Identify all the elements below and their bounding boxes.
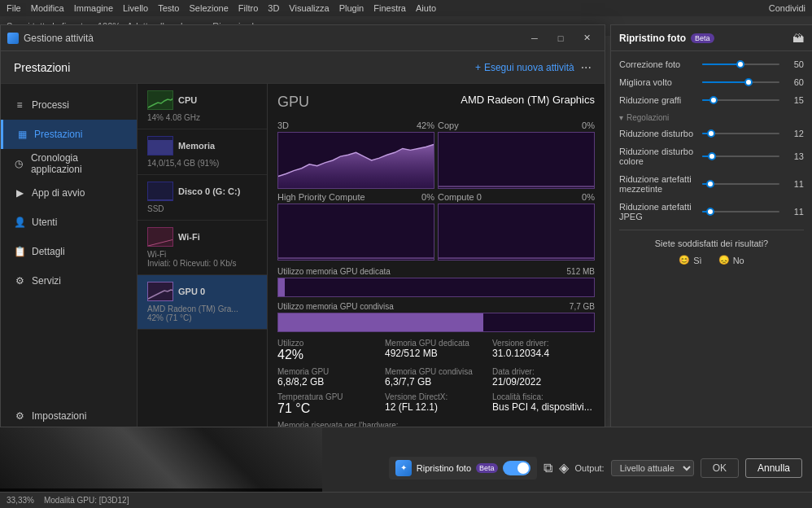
tm-titlebar: Gestione attività ─ □ ✕ [1, 25, 605, 51]
ps-menu-filtro[interactable]: Filtro [238, 3, 258, 13]
tm-maximize-button[interactable]: □ [549, 30, 572, 46]
wifi-device-usage: Inviati: 0 Ricevuti: 0 Kb/s [147, 259, 257, 268]
disco-mini-graph [147, 182, 173, 201]
ps-menu-livello[interactable]: Livello [123, 3, 148, 13]
feedback-no-label: No [733, 256, 744, 265]
stat-data-driver-label: Data driver: [492, 367, 595, 376]
feedback-no-btn[interactable]: 😞 No [718, 255, 744, 265]
tm-body: ≡ Processi ▦ Prestazioni ◷ Cronologia ap… [1, 84, 605, 431]
tm-close-button[interactable]: ✕ [575, 30, 598, 46]
device-item-cpu[interactable]: CPU 14% 4.08 GHz [138, 84, 267, 129]
slider-rdisturbo: Riduzione disturbo 12 [619, 129, 804, 138]
sidebar-item-prestazioni[interactable]: ▦ Prestazioni [1, 120, 137, 149]
graffi-thumb[interactable] [709, 96, 718, 104]
bottom-right-area: ✦ Ripristino foto Beta ⧉ ◈ Output: Livel… [322, 457, 812, 480]
svg-marker-0 [278, 145, 434, 188]
chart-highpri-label: High Priority Compute [277, 192, 365, 202]
migliora-track[interactable] [702, 81, 780, 83]
device-item-disco[interactable]: Disco 0 (G: C:) SSD [138, 175, 267, 221]
sidebar-item-dettagli[interactable]: 📋 Dettagli [1, 237, 137, 266]
chart-3d-pct: 42% [417, 120, 434, 130]
sidebar-item-utenti[interactable]: 👤 Utenti [1, 208, 137, 237]
photo-panel-title-area: Ripristino foto Beta [619, 33, 714, 44]
mem-mini-graph [147, 136, 173, 155]
ripristino-toggle[interactable] [503, 461, 530, 475]
tm-run-task-button[interactable]: + Esegui nuova attività [475, 62, 574, 73]
sidebar-item-processi[interactable]: ≡ Processi [1, 90, 137, 120]
mem-device-name: Memoria [178, 141, 215, 151]
ok-button[interactable]: OK [701, 458, 739, 478]
tm-header-actions: + Esegui nuova attività ··· [475, 60, 592, 75]
tm-sidebar: ≡ Processi ▦ Prestazioni ◷ Cronologia ap… [1, 84, 138, 431]
smile-icon: 😊 [679, 255, 690, 265]
chart-copy-label: Copy [438, 120, 459, 130]
device-item-memoria[interactable]: Memoria 14,0/15,4 GB (91%) [138, 129, 267, 175]
rdisturbo-thumb[interactable] [707, 129, 715, 138]
correzione-track[interactable] [702, 64, 780, 65]
sidebar-item-servizi[interactable]: ⚙ Servizi [1, 266, 137, 296]
ps-menu-finestra[interactable]: Finestra [373, 3, 406, 13]
artefattimezze-track[interactable] [702, 183, 780, 185]
disco-device-name: Disco 0 (G: C:) [178, 186, 240, 196]
utenti-icon: 👤 [14, 217, 25, 228]
tm-minimize-button[interactable]: ─ [523, 30, 546, 46]
correzione-thumb[interactable] [736, 60, 744, 68]
ps-menu-file[interactable]: File [7, 3, 21, 13]
sidebar-item-cronologia[interactable]: ◷ Cronologia applicazioni [1, 149, 137, 178]
avvio-icon: ▶ [14, 187, 25, 199]
sidebar-dettagli-label: Dettagli [32, 246, 65, 257]
shared-mem-value: 7,7 GB [570, 302, 595, 311]
device-item-wifi[interactable]: Wi-Fi Wi-Fi Inviati: 0 Ricevuti: 0 Kb/s [138, 221, 267, 275]
artefattijpeg-track[interactable] [702, 211, 780, 212]
stat-data-driver-value: 21/09/2022 [492, 376, 595, 388]
mem-device-sub: 14,0/15,4 GB (91%) [147, 159, 257, 168]
device-item-gpu0[interactable]: GPU 0 AMD Radeon (TM) Gra... 42% (71 °C) [138, 275, 267, 330]
ps-menu-modifica[interactable]: Modifica [31, 3, 64, 13]
migliora-label: Migliora volto [619, 77, 697, 87]
stat-temp-gpu: Temperatura GPU 71 °C [277, 392, 380, 416]
stat-directx-label: Versione DirectX: [385, 392, 487, 401]
slider-artefattimezze: Riduzione artefatti mezzetinte 11 [619, 174, 804, 194]
chart-highpri-box [277, 204, 434, 261]
ps-menu-selezione[interactable]: Selezione [189, 3, 228, 13]
ps-condividi[interactable]: Condividi [769, 3, 805, 13]
output-select[interactable]: Livello attuale [611, 460, 694, 476]
adjustments-icon[interactable]: ◈ [559, 460, 569, 475]
migliora-thumb[interactable] [744, 78, 753, 86]
chart-compute0: Compute 0 0% [438, 192, 595, 261]
feedback-yes-btn[interactable]: 😊 Sì [679, 255, 701, 265]
cpu-mini-graph [147, 90, 173, 110]
ps-menu-aiuto[interactable]: Aiuto [416, 3, 436, 13]
stat-data-driver: Data driver: 21/09/2022 [492, 367, 595, 388]
cancel-button[interactable]: Annulla [745, 458, 802, 478]
ps-menu-plugin[interactable]: Plugin [339, 3, 365, 13]
sidebar-avvio-label: App di avvio [32, 187, 85, 199]
status-gpu-mode: Modalità GPU: [D3D12] [44, 496, 129, 505]
rdisturbocolore-thumb[interactable] [708, 152, 716, 160]
ps-menu-testo[interactable]: Testo [158, 3, 179, 13]
tm-more-button[interactable]: ··· [581, 60, 592, 75]
layers-icon[interactable]: ⧉ [544, 461, 552, 475]
slider-correzione: Correzione foto 50 [619, 59, 804, 69]
graffi-track[interactable] [702, 99, 780, 101]
photo-panel-landscape-icon[interactable]: 🏔 [792, 32, 804, 45]
dettagli-icon: 📋 [14, 246, 25, 257]
sidebar-item-avvio[interactable]: ▶ App di avvio [1, 178, 137, 208]
artefattimezze-thumb[interactable] [706, 180, 714, 188]
bottom-ripristino-widget: ✦ Ripristino foto Beta [389, 457, 537, 480]
photo-panel-content: Correzione foto 50 Migliora volto 60 Rid… [611, 51, 812, 282]
gpu-mini-graph [147, 282, 173, 301]
stat-mem-cond-label: Memoria GPU condivisa [385, 367, 487, 376]
regolazioni-section[interactable]: ▾ Regolazioni [619, 113, 804, 122]
stat-driver-ver: Versione driver: 31.0.12034.4 [492, 339, 595, 362]
dedicated-mem-fill [278, 278, 285, 296]
stat-mem-ded-value: 492/512 MB [385, 348, 487, 359]
ps-menu-3d[interactable]: 3D [268, 3, 279, 13]
tm-header: Prestazioni + Esegui nuova attività ··· [1, 51, 605, 84]
rdisturbo-track[interactable] [702, 133, 780, 134]
regolazioni-label: Regolazioni [626, 113, 669, 122]
artefattijpeg-thumb[interactable] [706, 208, 714, 216]
ps-menu-visualizza[interactable]: Visualizza [289, 3, 329, 13]
rdisturbocolore-track[interactable] [702, 155, 780, 157]
ps-menu-immagine[interactable]: Immagine [74, 3, 113, 13]
